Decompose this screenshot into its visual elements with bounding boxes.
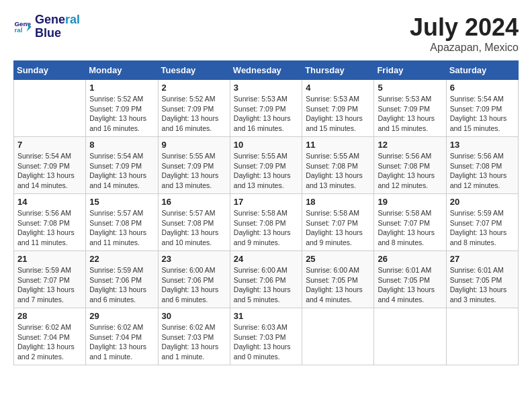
calendar-cell: 4Sunrise: 5:53 AMSunset: 7:09 PMDaylight… bbox=[302, 80, 374, 137]
day-info: Sunrise: 5:53 AMSunset: 7:09 PMDaylight:… bbox=[234, 94, 298, 134]
calendar-cell: 25Sunrise: 6:00 AMSunset: 7:05 PMDayligh… bbox=[302, 251, 374, 308]
day-info: Sunrise: 6:02 AMSunset: 7:03 PMDaylight:… bbox=[162, 322, 226, 362]
calendar-cell: 13Sunrise: 5:56 AMSunset: 7:08 PMDayligh… bbox=[446, 137, 518, 194]
calendar-cell: 16Sunrise: 5:57 AMSunset: 7:08 PMDayligh… bbox=[158, 194, 230, 251]
day-info: Sunrise: 5:55 AMSunset: 7:08 PMDaylight:… bbox=[306, 151, 370, 191]
day-number: 15 bbox=[89, 197, 154, 207]
day-info: Sunrise: 6:00 AMSunset: 7:06 PMDaylight:… bbox=[234, 265, 298, 305]
calendar-cell: 24Sunrise: 6:00 AMSunset: 7:06 PMDayligh… bbox=[230, 251, 302, 308]
calendar-cell: 31Sunrise: 6:03 AMSunset: 7:03 PMDayligh… bbox=[230, 308, 302, 365]
calendar-cell: 18Sunrise: 5:58 AMSunset: 7:07 PMDayligh… bbox=[302, 194, 374, 251]
calendar-cell: 20Sunrise: 5:59 AMSunset: 7:07 PMDayligh… bbox=[446, 194, 518, 251]
day-number: 26 bbox=[378, 254, 442, 264]
day-number: 19 bbox=[378, 197, 442, 207]
calendar-cell bbox=[446, 308, 518, 365]
day-info: Sunrise: 5:52 AMSunset: 7:09 PMDaylight:… bbox=[162, 94, 226, 134]
day-info: Sunrise: 6:03 AMSunset: 7:03 PMDaylight:… bbox=[234, 322, 298, 362]
day-info: Sunrise: 5:58 AMSunset: 7:07 PMDaylight:… bbox=[378, 208, 442, 248]
day-number: 18 bbox=[306, 197, 370, 207]
header-friday: Friday bbox=[374, 61, 446, 80]
day-number: 23 bbox=[162, 254, 226, 264]
day-info: Sunrise: 6:02 AMSunset: 7:04 PMDaylight:… bbox=[17, 322, 82, 362]
day-number: 29 bbox=[89, 311, 154, 321]
header-thursday: Thursday bbox=[302, 61, 374, 80]
calendar-table: SundayMondayTuesdayWednesdayThursdayFrid… bbox=[13, 60, 519, 365]
day-info: Sunrise: 5:56 AMSunset: 7:08 PMDaylight:… bbox=[450, 151, 515, 191]
week-row-5: 28Sunrise: 6:02 AMSunset: 7:04 PMDayligh… bbox=[14, 308, 519, 365]
calendar-cell: 27Sunrise: 6:01 AMSunset: 7:05 PMDayligh… bbox=[446, 251, 518, 308]
calendar-cell: 21Sunrise: 5:59 AMSunset: 7:07 PMDayligh… bbox=[14, 251, 86, 308]
calendar-cell: 11Sunrise: 5:55 AMSunset: 7:08 PMDayligh… bbox=[302, 137, 374, 194]
day-info: Sunrise: 6:02 AMSunset: 7:04 PMDaylight:… bbox=[89, 322, 154, 362]
day-info: Sunrise: 5:55 AMSunset: 7:09 PMDaylight:… bbox=[162, 151, 226, 191]
day-number: 20 bbox=[450, 197, 515, 207]
day-number: 9 bbox=[162, 140, 226, 150]
day-info: Sunrise: 5:52 AMSunset: 7:09 PMDaylight:… bbox=[89, 94, 154, 134]
calendar-cell: 14Sunrise: 5:56 AMSunset: 7:08 PMDayligh… bbox=[14, 194, 86, 251]
day-info: Sunrise: 5:56 AMSunset: 7:08 PMDaylight:… bbox=[378, 151, 442, 191]
day-info: Sunrise: 5:59 AMSunset: 7:06 PMDaylight:… bbox=[89, 265, 154, 305]
header-sunday: Sunday bbox=[14, 61, 86, 80]
calendar-cell: 30Sunrise: 6:02 AMSunset: 7:03 PMDayligh… bbox=[158, 308, 230, 365]
day-number: 21 bbox=[17, 254, 82, 264]
calendar-cell: 7Sunrise: 5:54 AMSunset: 7:09 PMDaylight… bbox=[14, 137, 86, 194]
day-number: 3 bbox=[234, 83, 298, 93]
calendar-cell: 2Sunrise: 5:52 AMSunset: 7:09 PMDaylight… bbox=[158, 80, 230, 137]
calendar-cell bbox=[374, 308, 446, 365]
day-number: 13 bbox=[450, 140, 515, 150]
day-info: Sunrise: 5:58 AMSunset: 7:08 PMDaylight:… bbox=[234, 208, 298, 248]
calendar-cell: 1Sunrise: 5:52 AMSunset: 7:09 PMDaylight… bbox=[86, 80, 158, 137]
day-info: Sunrise: 6:00 AMSunset: 7:05 PMDaylight:… bbox=[306, 265, 370, 305]
week-row-3: 14Sunrise: 5:56 AMSunset: 7:08 PMDayligh… bbox=[14, 194, 519, 251]
day-info: Sunrise: 5:54 AMSunset: 7:09 PMDaylight:… bbox=[89, 151, 154, 191]
day-number: 17 bbox=[234, 197, 298, 207]
calendar-cell: 9Sunrise: 5:55 AMSunset: 7:09 PMDaylight… bbox=[158, 137, 230, 194]
calendar-cell: 5Sunrise: 5:53 AMSunset: 7:09 PMDaylight… bbox=[374, 80, 446, 137]
day-number: 14 bbox=[17, 197, 82, 207]
header-row: SundayMondayTuesdayWednesdayThursdayFrid… bbox=[14, 61, 519, 80]
day-info: Sunrise: 5:57 AMSunset: 7:08 PMDaylight:… bbox=[162, 208, 226, 248]
day-number: 24 bbox=[234, 254, 298, 264]
logo-text: GeneralBlue bbox=[35, 13, 80, 40]
day-number: 10 bbox=[234, 140, 298, 150]
header-monday: Monday bbox=[86, 61, 158, 80]
day-number: 2 bbox=[162, 83, 226, 93]
calendar-cell: 8Sunrise: 5:54 AMSunset: 7:09 PMDaylight… bbox=[86, 137, 158, 194]
calendar-subtitle: Apazapan, Mexico bbox=[410, 42, 519, 54]
day-info: Sunrise: 5:53 AMSunset: 7:09 PMDaylight:… bbox=[378, 94, 442, 134]
day-info: Sunrise: 6:01 AMSunset: 7:05 PMDaylight:… bbox=[450, 265, 515, 305]
day-number: 4 bbox=[306, 83, 370, 93]
svg-text:ral: ral bbox=[14, 26, 22, 34]
day-number: 11 bbox=[306, 140, 370, 150]
day-number: 12 bbox=[378, 140, 442, 150]
day-number: 30 bbox=[162, 311, 226, 321]
day-info: Sunrise: 5:59 AMSunset: 7:07 PMDaylight:… bbox=[17, 265, 82, 305]
calendar-cell: 28Sunrise: 6:02 AMSunset: 7:04 PMDayligh… bbox=[14, 308, 86, 365]
day-number: 28 bbox=[17, 311, 82, 321]
week-row-1: 1Sunrise: 5:52 AMSunset: 7:09 PMDaylight… bbox=[14, 80, 519, 137]
header-tuesday: Tuesday bbox=[158, 61, 230, 80]
calendar-cell: 19Sunrise: 5:58 AMSunset: 7:07 PMDayligh… bbox=[374, 194, 446, 251]
day-number: 27 bbox=[450, 254, 515, 264]
calendar-cell: 26Sunrise: 6:01 AMSunset: 7:05 PMDayligh… bbox=[374, 251, 446, 308]
day-info: Sunrise: 5:54 AMSunset: 7:09 PMDaylight:… bbox=[17, 151, 82, 191]
calendar-cell bbox=[302, 308, 374, 365]
day-info: Sunrise: 5:55 AMSunset: 7:09 PMDaylight:… bbox=[234, 151, 298, 191]
calendar-cell: 23Sunrise: 6:00 AMSunset: 7:06 PMDayligh… bbox=[158, 251, 230, 308]
logo-icon: Gene ral bbox=[13, 17, 32, 36]
day-number: 7 bbox=[17, 140, 82, 150]
day-info: Sunrise: 5:56 AMSunset: 7:08 PMDaylight:… bbox=[17, 208, 82, 248]
day-number: 22 bbox=[89, 254, 154, 264]
header-wednesday: Wednesday bbox=[230, 61, 302, 80]
day-number: 31 bbox=[234, 311, 298, 321]
calendar-cell: 12Sunrise: 5:56 AMSunset: 7:08 PMDayligh… bbox=[374, 137, 446, 194]
day-info: Sunrise: 5:53 AMSunset: 7:09 PMDaylight:… bbox=[306, 94, 370, 134]
day-info: Sunrise: 6:01 AMSunset: 7:05 PMDaylight:… bbox=[378, 265, 442, 305]
day-number: 25 bbox=[306, 254, 370, 264]
calendar-cell: 17Sunrise: 5:58 AMSunset: 7:08 PMDayligh… bbox=[230, 194, 302, 251]
day-number: 6 bbox=[450, 83, 515, 93]
day-info: Sunrise: 5:59 AMSunset: 7:07 PMDaylight:… bbox=[450, 208, 515, 248]
calendar-title: July 2024 bbox=[410, 13, 519, 42]
logo: Gene ral GeneralBlue bbox=[13, 13, 80, 40]
week-row-2: 7Sunrise: 5:54 AMSunset: 7:09 PMDaylight… bbox=[14, 137, 519, 194]
